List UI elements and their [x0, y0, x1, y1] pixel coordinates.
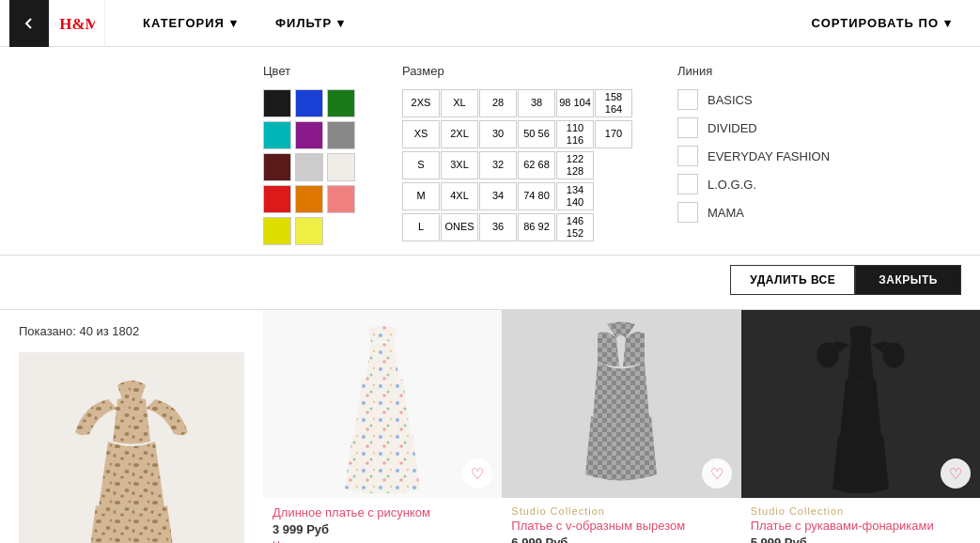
card-name-2[interactable]: Длинное платье с рисунком — [272, 505, 492, 520]
line-label: EVERYDAY FASHION — [708, 149, 830, 163]
color-swatch-pink[interactable] — [327, 185, 355, 213]
line-list: BASICSDIVIDEDEVERYDAY FASHIONL.O.G.G.MAM… — [677, 89, 830, 223]
product-card-info-3: Studio Collection Платье с v-образным вы… — [502, 498, 740, 543]
size-btn-62-68[interactable]: 62 68 — [518, 151, 555, 179]
color-swatch-dark-red[interactable] — [263, 153, 291, 181]
wishlist-button-3[interactable]: ♡ — [702, 458, 732, 489]
size-btn-XL[interactable]: XL — [441, 89, 478, 117]
size-btn-36[interactable]: 36 — [479, 213, 517, 241]
line-label: BASICS — [708, 93, 753, 107]
size-btn- — [595, 182, 632, 210]
product-thumb-3: ♡ — [502, 310, 740, 498]
line-checkbox[interactable] — [677, 174, 698, 194]
color-swatch-orange[interactable] — [295, 185, 323, 213]
color-swatch-red[interactable] — [263, 185, 291, 213]
product-card-3: ♡ Studio Collection Платье с v-образным … — [502, 310, 740, 543]
filter-button[interactable]: ФИЛЬТР ▾ — [257, 0, 364, 47]
size-grid: 2XSXL283898 104158 164XS2XL3050 56110 11… — [402, 89, 630, 241]
filter-panel: Цвет Размер 2XSXL283898 104158 164XS2XL3… — [0, 47, 980, 256]
main-product-image: ♡ — [19, 352, 244, 543]
svg-point-16 — [817, 342, 839, 368]
size-btn-34[interactable]: 34 — [479, 182, 517, 210]
category-label: КАТЕГОРИЯ — [143, 16, 225, 30]
product-card-4: ♡ Studio Collection Платье с рукавами-фо… — [741, 310, 980, 543]
line-label: DIVIDED — [708, 121, 757, 135]
size-btn-170[interactable]: 170 — [595, 120, 632, 148]
size-btn-86-92[interactable]: 86 92 — [518, 213, 555, 241]
size-btn-32[interactable]: 32 — [479, 151, 517, 179]
color-filter-title: Цвет — [263, 64, 355, 78]
size-filter-section: Размер 2XSXL283898 104158 164XS2XL3050 5… — [402, 64, 630, 245]
wishlist-button-2[interactable]: ♡ — [462, 458, 492, 489]
line-checkbox[interactable] — [677, 202, 698, 223]
size-btn-38[interactable]: 38 — [518, 89, 555, 117]
size-btn-28[interactable]: 28 — [479, 89, 517, 117]
line-checkbox[interactable] — [677, 89, 698, 110]
card-price-3: 6 999 Руб — [511, 535, 731, 543]
size-btn-2XS[interactable]: 2XS — [402, 89, 440, 117]
product-card-2: ♡ Длинное платье с рисунком 3 999 Руб Но… — [263, 310, 502, 543]
size-btn-98-104[interactable]: 98 104 — [556, 89, 594, 117]
color-swatch-light-gray[interactable] — [295, 153, 323, 181]
size-btn-134-140[interactable]: 134 140 — [556, 182, 594, 210]
delete-all-button[interactable]: УДАЛИТЬ ВСЕ — [730, 265, 855, 295]
line-item-everyday-fashion[interactable]: EVERYDAY FASHION — [677, 146, 830, 166]
leopard-dress-svg — [56, 366, 207, 543]
size-btn-110-116[interactable]: 110 116 — [556, 120, 594, 148]
line-item-mama[interactable]: MAMA — [677, 202, 830, 223]
category-button[interactable]: КАТЕГОРИЯ ▾ — [124, 0, 257, 47]
size-btn-2XL[interactable]: 2XL — [441, 120, 478, 148]
wishlist-button-4[interactable]: ♡ — [941, 458, 971, 489]
back-button[interactable] — [9, 0, 49, 47]
product-thumb-4: ♡ — [741, 310, 980, 498]
color-swatch-light-yellow[interactable] — [295, 217, 323, 245]
size-btn-L[interactable]: L — [402, 213, 440, 241]
color-swatch-blue[interactable] — [295, 89, 323, 117]
close-filter-button[interactable]: ЗАКРЫТЬ — [855, 265, 961, 295]
card-name-4[interactable]: Платье с рукавами-фонариками — [751, 519, 971, 533]
size-btn-S[interactable]: S — [402, 151, 440, 179]
svg-point-17 — [882, 342, 905, 368]
line-item-divided[interactable]: DIVIDED — [677, 117, 830, 138]
size-btn-50-56[interactable]: 50 56 — [518, 120, 555, 148]
products-grid: ♡ Длинное платье с рисунком 3 999 Руб Но… — [263, 310, 980, 543]
size-btn-4XL[interactable]: 4XL — [441, 182, 478, 210]
card-price-2: 3 999 Руб — [272, 522, 492, 536]
size-btn-146-152[interactable]: 146 152 — [556, 213, 594, 241]
size-btn-ONES[interactable]: ONES — [441, 213, 478, 241]
hm-logo: H&M — [49, 0, 105, 47]
size-btn-122-128[interactable]: 122 128 — [556, 151, 594, 179]
color-swatch-black[interactable] — [263, 89, 291, 117]
sort-button[interactable]: СОРТИРОВАТЬ ПО ▾ — [793, 0, 971, 47]
checkered-dress-svg — [565, 315, 677, 493]
header: H&M КАТЕГОРИЯ ▾ ФИЛЬТР ▾ СОРТИРОВАТЬ ПО … — [0, 0, 980, 47]
sort-chevron-icon: ▾ — [944, 16, 952, 30]
card-name-3[interactable]: Платье с v-образным вырезом — [511, 519, 731, 533]
filter-label: ФИЛЬТР — [275, 16, 332, 30]
card-price-4: 5 999 Руб — [751, 535, 971, 543]
color-swatch-yellow[interactable] — [263, 217, 291, 245]
studio-label-3: Studio Collection — [511, 505, 731, 517]
color-swatch-purple[interactable] — [295, 121, 323, 149]
color-swatch-teal[interactable] — [263, 121, 291, 149]
line-item-l.o.g.g.[interactable]: L.O.G.G. — [677, 174, 830, 194]
sort-label: СОРТИРОВАТЬ ПО — [812, 16, 939, 30]
size-btn-XS[interactable]: XS — [402, 120, 440, 148]
size-btn-3XL[interactable]: 3XL — [441, 151, 478, 179]
line-item-basics[interactable]: BASICS — [677, 89, 830, 110]
product-thumb-2: ♡ — [263, 310, 502, 498]
line-checkbox[interactable] — [677, 117, 698, 138]
size-btn-30[interactable]: 30 — [479, 120, 517, 148]
size-btn-M[interactable]: M — [402, 182, 440, 210]
color-swatch-off-white[interactable] — [327, 153, 355, 181]
size-btn- — [595, 213, 632, 241]
color-swatch-green[interactable] — [327, 89, 355, 117]
black-dress-svg — [804, 315, 917, 493]
size-btn-74-80[interactable]: 74 80 — [518, 182, 555, 210]
line-checkbox[interactable] — [677, 146, 698, 166]
product-card-info-4: Studio Collection Платье с рукавами-фона… — [741, 498, 980, 543]
color-swatch-gray[interactable] — [327, 121, 355, 149]
size-btn-158-164[interactable]: 158 164 — [595, 89, 632, 117]
filter-chevron-icon: ▾ — [337, 16, 345, 30]
new-arrivals-2: Новые поступления — [272, 539, 492, 543]
